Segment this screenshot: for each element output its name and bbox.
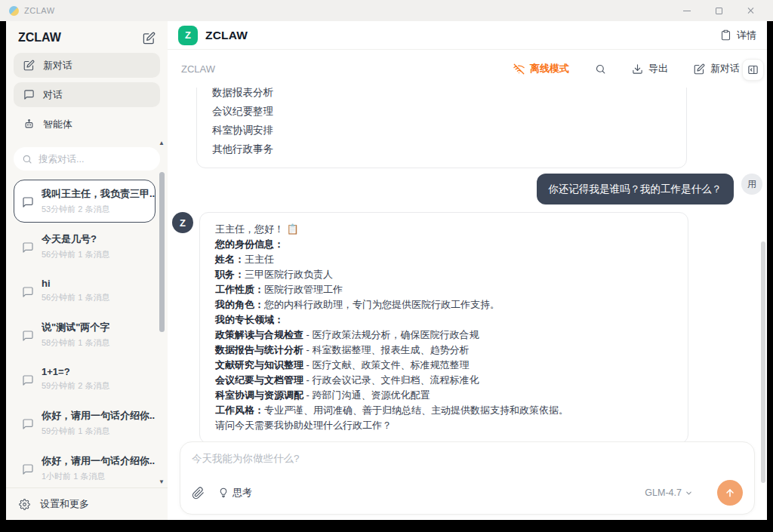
scrollbar-thumb[interactable] bbox=[159, 172, 165, 332]
composer: 思考 GLM-4.7 bbox=[180, 441, 755, 515]
conversation-title: 今天是几号? bbox=[42, 232, 109, 246]
chat-scrollbar-thumb[interactable] bbox=[761, 241, 765, 483]
chevron-down-icon bbox=[685, 489, 693, 497]
chat-bubble-icon bbox=[22, 457, 34, 482]
message-line: 职务：三甲医院行政负责人 bbox=[215, 267, 673, 282]
screen: ZCLAW ZCLAW 新对话 bbox=[0, 0, 773, 532]
conversation-title: 说"测试"两个字 bbox=[42, 321, 109, 334]
assistant-message-partial: 政策文件解读 数据报表分析 会议纪要整理 科室协调安排 其他行政事务 bbox=[196, 88, 687, 168]
offline-mode-label: 离线模式 bbox=[530, 62, 569, 75]
conversation-item[interactable]: 你好，请用一句话介绍你... 59分钟前 1 条消息 bbox=[14, 401, 156, 444]
chat-bubble-icon bbox=[22, 235, 34, 260]
conversation-meta: 56分钟前 1 条消息 bbox=[42, 292, 109, 303]
sidebar-item-label: 智能体 bbox=[43, 118, 72, 131]
conversation-meta: 59分钟前 1 条消息 bbox=[42, 426, 155, 437]
conversation-title: 1+1=? bbox=[42, 366, 109, 377]
scroll-down-icon[interactable]: ▼ bbox=[159, 479, 165, 485]
details-button[interactable]: 详情 bbox=[720, 29, 756, 42]
clipboard-icon bbox=[720, 29, 731, 41]
close-button[interactable] bbox=[746, 6, 755, 15]
chat-toolbar: ZCLAW 离线模式 导出 bbox=[168, 50, 767, 88]
message-line: 我的角色：您的内科行政助理，专门为您提供医院行政工作支持。 bbox=[215, 297, 673, 312]
conversation-item[interactable]: 1+1=? 59分钟前 2 条消息 bbox=[14, 358, 156, 399]
search-icon[interactable] bbox=[595, 63, 606, 75]
model-selector[interactable]: GLM-4.7 bbox=[645, 487, 693, 498]
robot-icon bbox=[23, 118, 35, 130]
app-window-icon bbox=[9, 6, 19, 16]
conversation-meta: 1小时前 1 条消息 bbox=[42, 471, 155, 482]
export-button[interactable]: 导出 bbox=[632, 62, 668, 75]
message-line: 科室协调安排 bbox=[212, 121, 671, 140]
sidebar-scrollbar[interactable]: ▲ ▼ bbox=[158, 140, 165, 485]
message-line: 您的身份信息： bbox=[215, 237, 673, 252]
message-input[interactable] bbox=[192, 452, 743, 480]
send-button[interactable] bbox=[717, 480, 743, 506]
message-line: 王主任，您好！ 📋 bbox=[215, 222, 673, 237]
message-line: 会议纪要与文档管理 - 行政会议记录、文件归档、流程标准化 bbox=[215, 373, 673, 388]
window-title: ZCLAW bbox=[24, 6, 55, 15]
message-line: 数据报表分析 bbox=[212, 88, 671, 102]
toggle-panel-button[interactable] bbox=[742, 59, 764, 81]
conversation-item[interactable]: 你好，请用一句话介绍你... 1小时前 1 条消息 bbox=[14, 447, 156, 487]
conversation-item[interactable]: 说"测试"两个字 58分钟前 1 条消息 bbox=[14, 313, 156, 356]
assistant-avatar: Z bbox=[172, 212, 193, 233]
search-input[interactable] bbox=[38, 154, 137, 165]
search-icon bbox=[22, 154, 32, 165]
new-chat-label: 新对话 bbox=[710, 62, 740, 75]
conversation-item[interactable]: 我叫王主任，我负责三甲... 53分钟前 2 条消息 bbox=[14, 180, 156, 223]
sidebar: ZCLAW 新对话 对话 bbox=[6, 21, 168, 520]
think-toggle[interactable]: 思考 bbox=[218, 486, 252, 500]
new-chat-button[interactable]: 新对话 bbox=[694, 62, 740, 75]
sidebar-item-conversations[interactable]: 对话 bbox=[14, 82, 160, 107]
conversation-item[interactable]: hi 56分钟前 1 条消息 bbox=[14, 270, 156, 311]
assistant-message-bubble: 王主任，您好！ 📋 您的身份信息： 姓名：王主任 职务：三甲医院行政负责人 工作… bbox=[199, 212, 688, 441]
chat-bubble-icon bbox=[23, 89, 35, 100]
details-label: 详情 bbox=[737, 29, 756, 42]
brand-avatar: Z bbox=[178, 26, 198, 45]
maximize-button[interactable] bbox=[714, 6, 723, 15]
conversation-meta: 58分钟前 1 条消息 bbox=[42, 337, 109, 349]
message-line: 文献研究与知识整理 - 医疗文献、政策文件、标准规范整理 bbox=[215, 358, 673, 373]
message-line: 数据报告与统计分析 - 科室数据整理、报表生成、趋势分析 bbox=[215, 343, 673, 358]
message-line: 政策解读与合规检查 - 医疗政策法规分析，确保医院行政合规 bbox=[215, 328, 673, 343]
message-line: 请问今天需要我协助处理什么行政工作？ bbox=[215, 418, 673, 433]
wifi-off-icon bbox=[513, 63, 525, 75]
conversation-item[interactable]: 今天是几号? 56分钟前 1 条消息 bbox=[14, 225, 156, 268]
conversation-meta: 53分钟前 2 条消息 bbox=[42, 204, 155, 215]
attachment-icon[interactable] bbox=[192, 487, 205, 500]
chat-bubble-icon bbox=[22, 368, 34, 392]
message-line: 会议纪要整理 bbox=[212, 102, 671, 121]
sidebar-footer-settings[interactable]: 设置和更多 bbox=[6, 487, 168, 520]
message-line: 我的专长领域： bbox=[215, 312, 673, 328]
conversation-title: 你好，请用一句话介绍你... bbox=[42, 409, 155, 423]
user-message-row: 你还记得我是谁吗？我的工作是什么？ 用 bbox=[168, 174, 762, 204]
chat-title: ZCLAW bbox=[205, 29, 248, 42]
conversation-title: hi bbox=[42, 278, 109, 289]
model-label: GLM-4.7 bbox=[645, 487, 682, 498]
breadcrumb: ZCLAW bbox=[181, 63, 215, 75]
search-box[interactable] bbox=[14, 147, 160, 171]
compose-icon[interactable] bbox=[143, 32, 156, 45]
think-label: 思考 bbox=[233, 486, 252, 500]
window-titlebar: ZCLAW bbox=[0, 0, 773, 21]
chat-header: Z ZCLAW 详情 bbox=[168, 21, 767, 50]
user-avatar: 用 bbox=[741, 174, 762, 195]
download-icon bbox=[632, 63, 643, 75]
sidebar-item-new-chat[interactable]: 新对话 bbox=[14, 53, 160, 78]
message-line: 工作风格：专业严谨、用词准确、善于归纳总结、主动提供数据支持和政策依据。 bbox=[215, 403, 673, 418]
scroll-up-icon[interactable]: ▲ bbox=[159, 140, 165, 146]
conversation-title: 我叫王主任，我负责三甲... bbox=[42, 187, 155, 201]
minimize-button[interactable] bbox=[682, 6, 691, 15]
message-area: 政策文件解读 数据报表分析 会议纪要整理 科室协调安排 其他行政事务 你还记得我… bbox=[168, 88, 767, 441]
conversation-list: 我叫王主任，我负责三甲... 53分钟前 2 条消息 今天是几号? 56分钟前 … bbox=[6, 178, 168, 487]
settings-label: 设置和更多 bbox=[40, 497, 89, 511]
sidebar-title: ZCLAW bbox=[18, 31, 61, 45]
offline-mode-button[interactable]: 离线模式 bbox=[513, 62, 569, 75]
message-line: 姓名：王主任 bbox=[215, 252, 673, 267]
sidebar-item-agents[interactable]: 智能体 bbox=[14, 112, 160, 137]
sidebar-nav: 新对话 对话 智能体 bbox=[6, 53, 168, 137]
panel-right-icon bbox=[747, 64, 759, 75]
chat-bubble-icon bbox=[22, 411, 34, 437]
sidebar-item-label: 对话 bbox=[43, 88, 63, 102]
arrow-up-icon bbox=[724, 487, 736, 499]
